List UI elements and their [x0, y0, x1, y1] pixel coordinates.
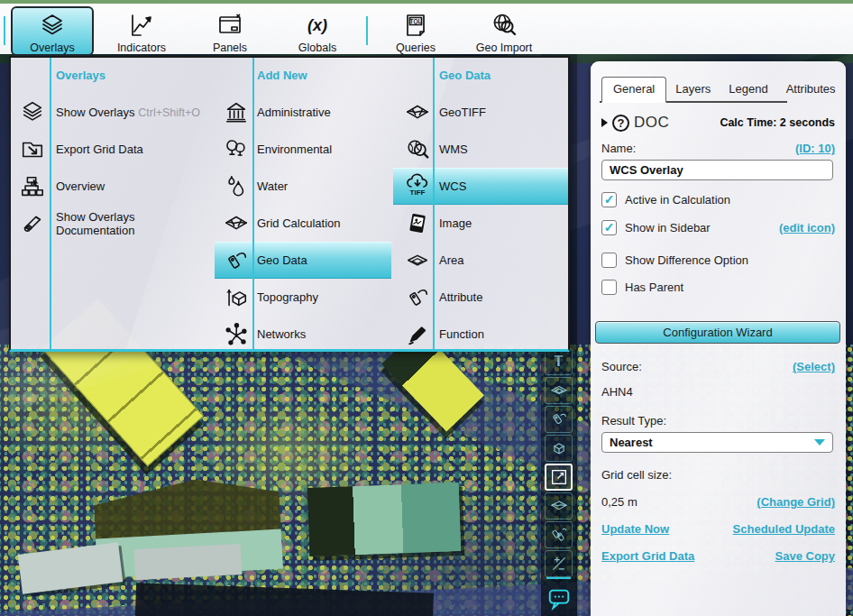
menu-item-label: Geo Data: [257, 253, 307, 267]
map-building: [307, 483, 462, 556]
checkbox-active-in-calculation[interactable]: ✓: [601, 192, 617, 207]
change-grid-link[interactable]: (Change Grid): [757, 495, 835, 509]
chat-icon[interactable]: [545, 584, 573, 611]
scheduled-update-link[interactable]: Scheduled Update: [733, 522, 835, 536]
configuration-wizard-button[interactable]: Configuration Wizard: [595, 321, 840, 344]
menu-item-area[interactable]: Area: [393, 242, 572, 279]
terrain-icon[interactable]: [545, 492, 573, 519]
menu-item-image[interactable]: Image: [393, 205, 572, 242]
menu-item-overview[interactable]: Overview: [11, 168, 215, 205]
menu-item-label: Overview: [56, 179, 105, 193]
menu-item-function[interactable]: Function: [393, 316, 572, 353]
toolbar-button-globals[interactable]: (x) Globals: [276, 6, 359, 56]
menu-item-geotiff[interactable]: GeoTIFF: [393, 94, 572, 131]
source-label: Source:: [601, 360, 642, 373]
menu-column-geo-data: Geo Data GeoTIFF WMS TIFF WCS Image Area: [393, 58, 572, 349]
result-type-dropdown[interactable]: Nearest: [601, 432, 833, 453]
marker-icon: [401, 322, 434, 347]
grid-value-row: 0,25 m (Change Grid): [601, 495, 835, 509]
globe-magnifier-icon: [401, 137, 434, 162]
menu-item-attribute[interactable]: Attribute: [393, 279, 572, 316]
mesh-icon: [220, 211, 252, 236]
checkbox-label: Active in Calculation: [625, 193, 730, 207]
plus-minus-icon[interactable]: [545, 550, 573, 577]
menu-item-water[interactable]: Water: [215, 168, 391, 205]
menu-item-show-overlays-documentation[interactable]: Show Overlays Documentation: [11, 205, 215, 242]
menu-item-label: WMS: [439, 143, 468, 156]
menu-item-grid-calculation[interactable]: Grid Calculation: [215, 205, 391, 242]
toolbar-label: Panels: [213, 41, 247, 54]
edit-icon-link[interactable]: (edit icon): [779, 221, 835, 234]
panels-icon: [216, 11, 243, 40]
queries-icon: TQL: [402, 11, 429, 40]
menu-item-label: WCS: [439, 179, 466, 193]
menu-item-label: Environmental: [257, 143, 332, 156]
id-link[interactable]: (ID: 10): [795, 142, 835, 155]
geo-import-icon: [491, 11, 518, 40]
menu-column-add-new: Add New Administrative Environmental Wat…: [215, 58, 391, 349]
expander-icon[interactable]: [601, 118, 608, 127]
layers-icon: [39, 13, 66, 40]
grid-cell-size-row: Grid cell size:: [601, 468, 835, 482]
export-grid-data-link[interactable]: Export Grid Data: [601, 549, 694, 563]
toolbar-button-indicators[interactable]: Indicators: [100, 6, 183, 56]
checkbox-row-active-in-calculation: ✓ Active in Calculation: [601, 190, 835, 208]
menu-item-label: Export Grid Data: [56, 143, 143, 156]
svg-text:(x): (x): [307, 16, 327, 34]
menu-item-label: Grid Calculation: [257, 216, 341, 230]
menu-item-show-overlays[interactable]: Show Overlays Ctrl+Shift+O: [11, 94, 215, 131]
checkbox-row-show-difference-option: Show Difference Option: [601, 251, 835, 269]
menu-item-label: Show Overlays Documentation: [56, 210, 215, 237]
tag-icon[interactable]: [545, 406, 573, 433]
menu-item-administrative[interactable]: Administrative: [215, 94, 391, 131]
menu-item-environmental[interactable]: Environmental: [215, 131, 391, 168]
checkbox-show-difference-option[interactable]: [601, 253, 617, 268]
select-source-link[interactable]: (Select): [793, 360, 835, 373]
toolbar-label: Overlays: [30, 41, 74, 54]
tab-attributes[interactable]: Attributes: [777, 78, 845, 101]
update-now-link[interactable]: Update Now: [601, 522, 669, 536]
image-icon: [401, 211, 434, 236]
box-icon[interactable]: [545, 435, 573, 462]
doc-link[interactable]: DOC: [634, 114, 669, 132]
menu-item-networks[interactable]: Networks: [215, 316, 391, 353]
panel-tabs: General Layers Legend Attributes: [601, 78, 845, 101]
toolbar-label: Globals: [298, 41, 336, 54]
overview-icon: [16, 174, 49, 199]
area-icon[interactable]: [545, 377, 573, 404]
checkbox-show-in-sidebar[interactable]: ✓: [601, 220, 617, 235]
select-region-icon[interactable]: [545, 464, 573, 491]
toolbar-button-overlays[interactable]: Overlays: [11, 6, 94, 56]
box-arrow-icon: [220, 285, 252, 310]
name-input[interactable]: WCS Overlay: [601, 160, 833, 180]
checkbox-label: Show Difference Option: [625, 253, 748, 267]
spray-tag-icon: [220, 248, 252, 273]
mesh-icon: [401, 100, 434, 125]
menu-item-label: Administrative: [257, 106, 331, 119]
export-row: Export Grid Data Save Copy: [601, 549, 835, 563]
menu-item-export-grid-data[interactable]: Export Grid Data: [11, 131, 215, 168]
toolbar-divider: [366, 16, 368, 45]
toolbar-button-panels[interactable]: Panels: [188, 6, 271, 56]
area-icon: [401, 248, 434, 273]
tab-layers[interactable]: Layers: [666, 78, 720, 101]
layers-icon: [16, 100, 49, 125]
checkbox-has-parent[interactable]: [601, 280, 617, 295]
menu-item-wcs[interactable]: TIFF WCS: [393, 168, 572, 205]
menu-item-geo-data[interactable]: Geo Data: [215, 242, 391, 279]
map-building-court: [134, 544, 243, 580]
tab-general[interactable]: General: [601, 77, 666, 103]
help-icon[interactable]: ?: [612, 115, 629, 132]
save-copy-link[interactable]: Save Copy: [775, 549, 835, 563]
doc-row: ? DOC Calc Time: 2 seconds: [601, 112, 835, 133]
tab-legend[interactable]: Legend: [720, 78, 776, 101]
menu-item-wms[interactable]: WMS: [393, 131, 572, 168]
toolbar-button-geo-import[interactable]: Geo Import: [463, 6, 546, 56]
menu-item-label: Topography: [257, 290, 318, 304]
menu-item-topography[interactable]: Topography: [215, 279, 391, 316]
tool-strip-divider: [546, 577, 571, 579]
bank-icon: [220, 100, 252, 125]
checkbox-row-show-in-sidebar: ✓ Show in Sidebar (edit icon): [601, 218, 835, 236]
toolbar-button-queries[interactable]: TQL Queries: [374, 6, 457, 56]
tags-icon[interactable]: [545, 521, 573, 548]
